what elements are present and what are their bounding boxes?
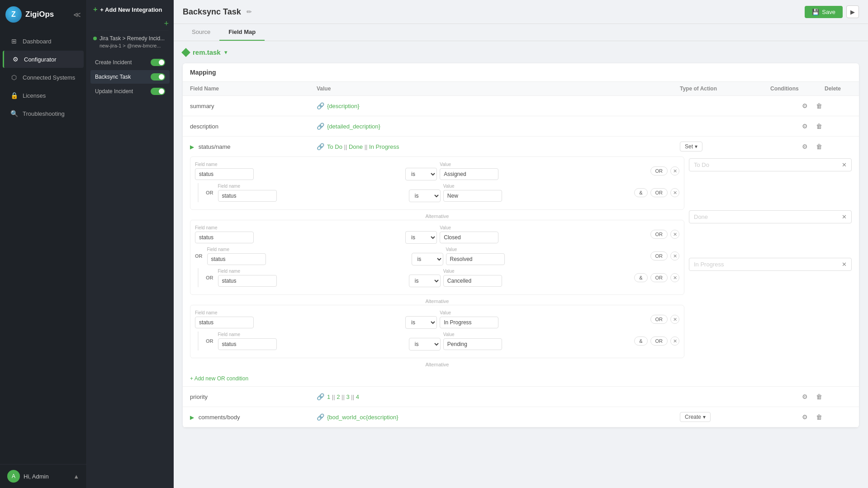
task-toggle-backsync-task[interactable]: [151, 73, 165, 81]
play-button[interactable]: ▶: [846, 5, 859, 18]
condition-field-1-2[interactable]: [218, 190, 277, 202]
task-backsync-task[interactable]: Backsync Task: [90, 70, 170, 84]
condition-value-2-1[interactable]: [440, 232, 498, 243]
condition-operator-1-2[interactable]: isis not: [409, 190, 441, 202]
result-spacer-1: [689, 174, 852, 210]
or-button-2-2[interactable]: OR: [650, 251, 668, 261]
and-button-3-2[interactable]: &: [634, 336, 647, 346]
settings-button-priority[interactable]: ⚙: [799, 391, 810, 402]
dropdown-arrow-create-icon: ▾: [703, 414, 706, 420]
dashboard-icon: ⊞: [10, 37, 18, 45]
condition-operator-1-1[interactable]: isis not: [405, 168, 437, 180]
add-plus-icon[interactable]: +: [164, 19, 169, 28]
expand-arrow-comments-icon: ▶: [190, 414, 194, 421]
field-name-status: ▶ status/name: [190, 143, 317, 150]
settings-button-comments[interactable]: ⚙: [799, 412, 810, 422]
condition-operator-2-3[interactable]: is: [409, 275, 441, 287]
dropdown-arrow-icon: ▾: [695, 143, 697, 150]
settings-button-description[interactable]: ⚙: [799, 121, 810, 132]
condition-value-3-2[interactable]: [443, 338, 502, 350]
sidebar-item-connected-systems[interactable]: ⬡ Connected Systems: [3, 69, 84, 86]
result-remove-in-progress[interactable]: ✕: [842, 261, 847, 268]
condition-operator-3-2[interactable]: is: [409, 338, 441, 351]
and-button-1-2[interactable]: &: [634, 188, 647, 197]
tab-field-map[interactable]: Field Map: [219, 24, 265, 41]
value-label-sm: Value: [440, 162, 647, 167]
condition-field-1-1[interactable]: [195, 168, 254, 180]
set-dropdown-button[interactable]: Set ▾: [680, 142, 702, 152]
status-values-display: 🔗 To Do || Done || In Progress: [317, 143, 680, 150]
condition-operator-3-1[interactable]: is: [405, 316, 437, 329]
task-toggle-create-incident[interactable]: [151, 59, 165, 66]
save-icon: 💾: [812, 9, 819, 15]
sidebar-collapse-icon[interactable]: ≪: [73, 10, 81, 19]
condition-field-3-1[interactable]: [195, 317, 254, 328]
or-button-1-1[interactable]: OR: [650, 166, 668, 175]
result-value-done: Done: [694, 213, 708, 220]
type-of-action-set: Set ▾: [680, 142, 770, 152]
entity-dropdown-icon[interactable]: ▾: [224, 49, 228, 56]
condition-value-1-2[interactable]: [443, 190, 502, 202]
add-or-condition-link[interactable]: + Add new OR condition: [183, 373, 256, 386]
add-integration-button[interactable]: + + Add New Integration: [87, 0, 173, 19]
result-remove-done[interactable]: ✕: [842, 213, 847, 220]
task-list: Create Incident Backsync Task Update Inc…: [87, 53, 173, 101]
or-button-2-3[interactable]: OR: [650, 273, 668, 282]
or-button-3-2[interactable]: OR: [650, 336, 668, 346]
condition-value-1-1[interactable]: [440, 168, 498, 180]
delete-button-description[interactable]: 🗑: [814, 121, 825, 132]
sidebar-item-configurator[interactable]: ⚙ Configurator: [3, 51, 84, 68]
task-toggle-update-incident[interactable]: [151, 88, 165, 95]
task-create-incident[interactable]: Create Incident: [90, 56, 170, 69]
sidebar-item-dashboard[interactable]: ⊞ Dashboard: [3, 33, 84, 50]
delete-button-summary[interactable]: 🗑: [814, 100, 825, 111]
tab-source[interactable]: Source: [183, 24, 219, 41]
remove-condition-2-3[interactable]: ✕: [670, 273, 679, 282]
edit-title-icon[interactable]: ✏: [247, 8, 252, 15]
status-name-header[interactable]: ▶ status/name 🔗 To Do || Done || In Prog…: [183, 137, 859, 156]
condition-value-2-2[interactable]: [446, 253, 505, 265]
remove-condition-1-1[interactable]: ✕: [670, 166, 679, 175]
or-button-1-2[interactable]: OR: [650, 188, 668, 197]
app-logo: Z: [5, 6, 22, 23]
or-button-3-1[interactable]: OR: [650, 315, 668, 324]
remove-condition-2-2[interactable]: ✕: [670, 251, 679, 261]
entity-name[interactable]: rem.task: [193, 48, 221, 56]
col-value: Value: [317, 85, 680, 92]
add-integration-label: + Add New Integration: [100, 6, 162, 13]
sidebar-item-licenses[interactable]: 🔒 Licenses: [3, 87, 84, 104]
delete-button-comments[interactable]: 🗑: [814, 412, 825, 422]
sidebar-item-label: Connected Systems: [23, 74, 75, 81]
remove-condition-1-2[interactable]: ✕: [670, 188, 679, 197]
settings-button-status[interactable]: ⚙: [799, 141, 810, 152]
result-group-2: Done ✕: [689, 210, 852, 223]
condition-field-2-3[interactable]: [218, 275, 277, 287]
user-expand-icon[interactable]: ▲: [73, 473, 79, 480]
field-actions-description: ⚙ 🗑: [770, 121, 825, 132]
and-button-2-3[interactable]: &: [634, 273, 647, 282]
condition-row-2-1: Field name is Val: [195, 225, 679, 244]
condition-field-2-2[interactable]: [207, 253, 266, 265]
integration-item[interactable]: Jira Task > Remedy Incid... new-jira-1 >…: [87, 31, 173, 53]
field-label-sm: Field name: [195, 162, 403, 167]
settings-button-summary[interactable]: ⚙: [799, 100, 810, 111]
save-button[interactable]: 💾 Save: [805, 6, 843, 18]
condition-value-2-3[interactable]: [443, 275, 502, 287]
condition-operator-2-2[interactable]: is: [412, 253, 443, 265]
condition-row-1-2: OR Field name isis not: [198, 183, 679, 202]
condition-operator-2-1[interactable]: is: [405, 231, 437, 244]
sidebar-item-troubleshooting[interactable]: 🔍 Troubleshooting: [3, 105, 84, 122]
connected-systems-icon: ⬡: [10, 73, 18, 81]
condition-field-2-1[interactable]: [195, 232, 254, 243]
condition-field-3-2[interactable]: [218, 338, 277, 350]
task-update-incident[interactable]: Update Incident: [90, 85, 170, 98]
remove-condition-3-2[interactable]: ✕: [670, 336, 679, 346]
remove-condition-3-1[interactable]: ✕: [670, 315, 679, 324]
create-dropdown-button[interactable]: Create ▾: [680, 412, 711, 422]
or-button-2-1[interactable]: OR: [650, 230, 668, 239]
result-remove-todo[interactable]: ✕: [842, 161, 847, 168]
delete-button-status[interactable]: 🗑: [814, 141, 825, 152]
delete-button-priority[interactable]: 🗑: [814, 391, 825, 402]
remove-condition-2-1[interactable]: ✕: [670, 230, 679, 239]
condition-value-3-1[interactable]: [440, 317, 498, 328]
